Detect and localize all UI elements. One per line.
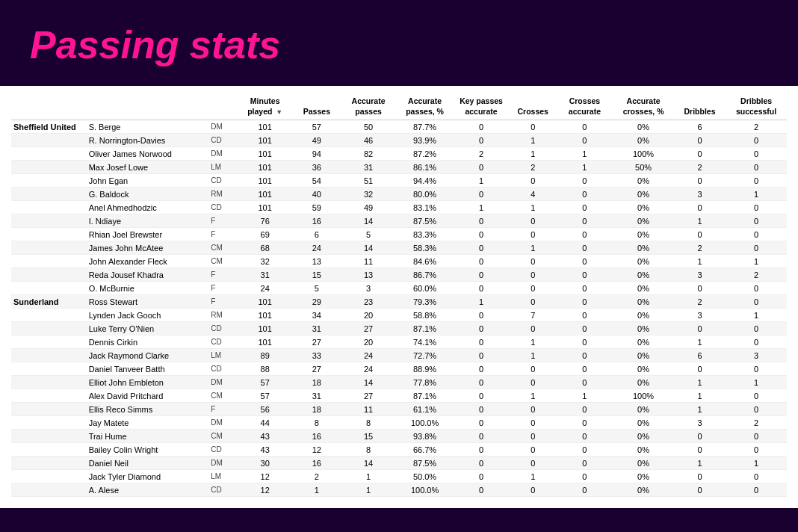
cell-team	[11, 376, 87, 389]
cell-passes: 29	[293, 295, 340, 309]
cell-dribbles-successful: 0	[726, 161, 787, 174]
cell-key-passes-accurate: 0	[453, 309, 509, 322]
cell-team	[11, 483, 87, 497]
cell-team	[11, 214, 87, 228]
table-row: Rhian Joel BrewsterF696583.3%0000%00	[11, 228, 787, 241]
cell-passes: 36	[293, 161, 340, 174]
cell-minutes-played: 31	[237, 268, 293, 282]
cell-crosses: 1	[510, 470, 557, 483]
cell-name: Ellis Reco Simms	[87, 403, 209, 416]
cell-name: Jay Matete	[87, 416, 209, 430]
cell-name: Ross Stewart	[87, 295, 209, 309]
cell-dribbles-successful: 0	[726, 134, 787, 147]
col-position	[208, 93, 237, 120]
table-row: Jack Tyler DiamondLM122150.0%0100%00	[11, 470, 787, 483]
cell-accurate-passes-pct: 61.1%	[397, 403, 453, 416]
cell-key-passes-accurate: 0	[453, 322, 509, 335]
cell-name: Alex David Pritchard	[87, 389, 209, 403]
cell-crosses: 0	[510, 228, 557, 241]
cell-dribbles-successful: 0	[726, 362, 787, 376]
cell-accurate-passes: 5	[340, 228, 396, 241]
cell-accurate-passes-pct: 66.7%	[397, 443, 453, 457]
cell-dribbles-successful: 0	[726, 174, 787, 188]
cell-position: LM	[208, 349, 237, 362]
table-row: Oliver James NorwoodDM101948287.2%211100…	[11, 147, 787, 161]
cell-position: F	[208, 268, 237, 282]
cell-accurate-crosses-pct: 0%	[613, 134, 674, 147]
cell-dribbles: 0	[674, 282, 726, 295]
cell-crosses: 0	[510, 322, 557, 335]
cell-team	[11, 430, 87, 443]
cell-crosses-accurate: 1	[557, 389, 613, 403]
cell-accurate-passes: 1	[340, 470, 396, 483]
cell-crosses-accurate: 0	[557, 295, 613, 309]
cell-crosses-accurate: 0	[557, 268, 613, 282]
cell-key-passes-accurate: 0	[453, 282, 509, 295]
cell-name: Jack Tyler Diamond	[87, 470, 209, 483]
cell-passes: 12	[293, 443, 340, 457]
cell-position: F	[208, 403, 237, 416]
table-row: John Alexander FleckCM32131184.6%0000%11	[11, 255, 787, 268]
cell-position: CD	[208, 362, 237, 376]
cell-dribbles: 1	[674, 335, 726, 349]
cell-dribbles: 1	[674, 255, 726, 268]
cell-dribbles-successful: 1	[726, 309, 787, 322]
cell-accurate-passes: 14	[340, 457, 396, 470]
cell-crosses-accurate: 0	[557, 214, 613, 228]
cell-crosses: 0	[510, 362, 557, 376]
cell-passes: 16	[293, 457, 340, 470]
cell-accurate-passes-pct: 87.2%	[397, 147, 453, 161]
cell-dribbles: 3	[674, 268, 726, 282]
cell-key-passes-accurate: 0	[453, 376, 509, 389]
cell-dribbles: 2	[674, 241, 726, 255]
cell-position: CD	[208, 483, 237, 497]
cell-crosses-accurate: 1	[557, 161, 613, 174]
cell-passes: 54	[293, 174, 340, 188]
cell-accurate-passes-pct: 72.7%	[397, 349, 453, 362]
table-row: O. McBurnieF245360.0%0000%00	[11, 282, 787, 295]
cell-passes: 1	[293, 483, 340, 497]
cell-minutes-played: 101	[237, 201, 293, 214]
cell-dribbles-successful: 0	[726, 389, 787, 403]
cell-accurate-passes-pct: 87.7%	[397, 120, 453, 134]
cell-accurate-passes: 20	[340, 309, 396, 322]
table-row: A. AleseCD1211100.0%0000%00	[11, 483, 787, 497]
table-row: Ellis Reco SimmsF56181161.1%0000%10	[11, 403, 787, 416]
cell-dribbles: 0	[674, 147, 726, 161]
cell-dribbles: 0	[674, 443, 726, 457]
cell-accurate-passes: 14	[340, 214, 396, 228]
cell-key-passes-accurate: 0	[453, 120, 509, 134]
cell-passes: 15	[293, 268, 340, 282]
cell-dribbles-successful: 0	[726, 295, 787, 309]
cell-accurate-crosses-pct: 0%	[613, 120, 674, 134]
cell-dribbles-successful: 2	[726, 416, 787, 430]
table-header-row: Minutes played ▼ Passes Accurate passes …	[11, 93, 787, 120]
cell-key-passes-accurate: 0	[453, 389, 509, 403]
cell-crosses-accurate: 0	[557, 228, 613, 241]
cell-minutes-played: 43	[237, 443, 293, 457]
cell-key-passes-accurate: 0	[453, 430, 509, 443]
cell-dribbles: 1	[674, 214, 726, 228]
cell-team	[11, 268, 87, 282]
cell-crosses: 0	[510, 120, 557, 134]
cell-accurate-crosses-pct: 100%	[613, 389, 674, 403]
col-crosses: Crosses	[510, 93, 557, 120]
table-row: SunderlandRoss StewartF101292379.3%1000%…	[11, 295, 787, 309]
cell-key-passes-accurate: 2	[453, 147, 509, 161]
cell-name: Anel Ahmedhodzic	[87, 201, 209, 214]
cell-accurate-crosses-pct: 0%	[613, 295, 674, 309]
cell-key-passes-accurate: 0	[453, 349, 509, 362]
cell-accurate-passes-pct: 93.8%	[397, 430, 453, 443]
cell-position: DM	[208, 147, 237, 161]
cell-position: F	[208, 228, 237, 241]
cell-dribbles-successful: 0	[726, 322, 787, 335]
cell-team	[11, 403, 87, 416]
filter-icon[interactable]: ▼	[276, 108, 282, 117]
cell-minutes-played: 56	[237, 403, 293, 416]
cell-accurate-passes: 1	[340, 483, 396, 497]
cell-minutes-played: 12	[237, 483, 293, 497]
cell-team	[11, 188, 87, 201]
table-container: Minutes played ▼ Passes Accurate passes …	[0, 86, 798, 508]
table-row: Reda Jousef KhadraF31151386.7%0000%32	[11, 268, 787, 282]
cell-name: Oliver James Norwood	[87, 147, 209, 161]
